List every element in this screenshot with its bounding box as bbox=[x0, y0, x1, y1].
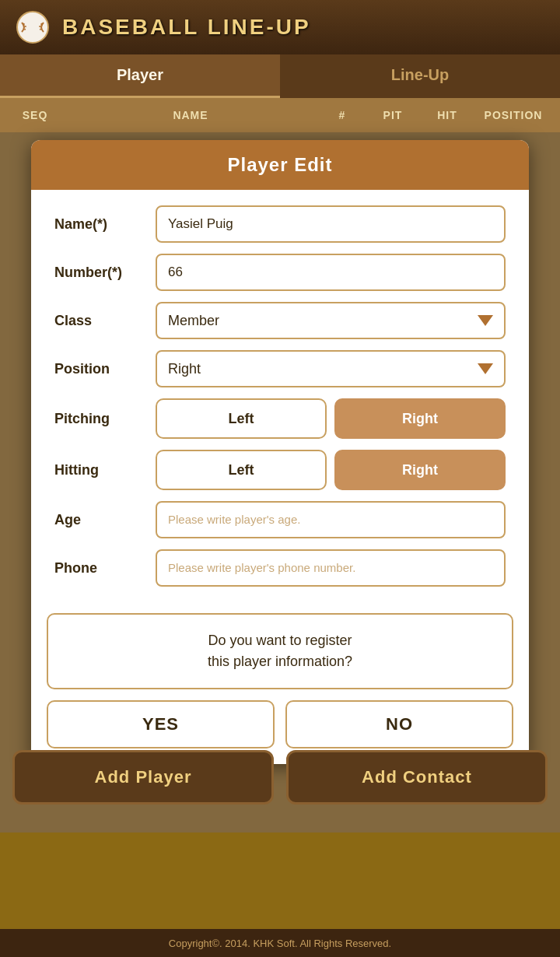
hitting-right-btn[interactable]: Right bbox=[334, 450, 506, 490]
hitting-row: Hitting Left Right bbox=[54, 450, 506, 490]
svg-point-0 bbox=[17, 12, 48, 43]
name-input[interactable] bbox=[156, 205, 506, 243]
pitching-left-btn[interactable]: Left bbox=[156, 398, 327, 439]
tab-lineup[interactable]: Line-Up bbox=[280, 54, 560, 98]
position-dropdown-arrow bbox=[478, 363, 493, 374]
pitching-right-btn[interactable]: Right bbox=[334, 398, 506, 439]
action-row: YES NO bbox=[47, 700, 513, 748]
class-value: Member bbox=[168, 313, 219, 329]
position-value: Right bbox=[168, 361, 201, 377]
hitting-left-btn[interactable]: Left bbox=[156, 450, 327, 490]
hitting-label: Hitting bbox=[54, 462, 156, 478]
confirm-box: Do you want to register this player info… bbox=[47, 613, 513, 689]
class-dropdown-arrow bbox=[478, 315, 493, 326]
app-title: BASEBALL LINE-UP bbox=[62, 15, 311, 40]
tab-player[interactable]: Player bbox=[0, 54, 280, 98]
confirm-line2: this player information? bbox=[64, 651, 496, 672]
class-dropdown[interactable]: Member bbox=[156, 302, 506, 339]
class-row: Class Member bbox=[54, 302, 506, 339]
pitching-toggle-group: Left Right bbox=[156, 398, 506, 439]
footer: Copyright©. 2014. KHK Soft. All Rights R… bbox=[0, 929, 560, 957]
add-contact-button[interactable]: Add Contact bbox=[286, 750, 548, 805]
pitching-row: Pitching Left Right bbox=[54, 398, 506, 439]
bottom-bar: Add Player Add Contact bbox=[0, 750, 560, 805]
confirm-line1: Do you want to register bbox=[64, 630, 496, 651]
col-seq: SEQ bbox=[8, 109, 62, 121]
phone-input[interactable] bbox=[156, 549, 506, 587]
modal-header: Player Edit bbox=[31, 140, 529, 190]
app-header: BASEBALL LINE-UP bbox=[0, 0, 560, 54]
phone-label: Phone bbox=[54, 560, 156, 577]
age-input[interactable] bbox=[156, 501, 506, 538]
yes-button[interactable]: YES bbox=[47, 700, 275, 748]
footer-text: Copyright©. 2014. KHK Soft. All Rights R… bbox=[169, 938, 391, 949]
hitting-toggle-group: Left Right bbox=[156, 450, 506, 490]
add-player-button[interactable]: Add Player bbox=[12, 750, 274, 805]
pitching-label: Pitching bbox=[54, 411, 156, 427]
position-row: Position Right bbox=[54, 350, 506, 387]
tab-bar: Player Line-Up bbox=[0, 54, 560, 98]
name-label: Name(*) bbox=[54, 216, 156, 233]
baseball-icon bbox=[16, 10, 50, 44]
table-header: SEQ NAME # PIT HIT POSITION bbox=[0, 98, 560, 132]
name-row: Name(*) bbox=[54, 205, 506, 243]
modal-body: Name(*) Number(*) Class Member bbox=[31, 190, 529, 605]
no-button[interactable]: NO bbox=[285, 700, 513, 748]
col-name: NAME bbox=[62, 109, 319, 121]
col-hit: HIT bbox=[420, 109, 474, 121]
col-num: # bbox=[319, 109, 366, 121]
number-row: Number(*) bbox=[54, 254, 506, 291]
player-edit-modal: Player Edit Name(*) Number(*) Class bbox=[31, 140, 529, 764]
position-dropdown[interactable]: Right bbox=[156, 350, 506, 387]
table-area: Player Edit Name(*) Number(*) Class bbox=[0, 132, 560, 833]
number-input[interactable] bbox=[156, 254, 506, 291]
position-label: Position bbox=[54, 361, 156, 377]
class-label: Class bbox=[54, 313, 156, 329]
phone-row: Phone bbox=[54, 549, 506, 587]
number-label: Number(*) bbox=[54, 265, 156, 281]
age-label: Age bbox=[54, 512, 156, 528]
modal-title: Player Edit bbox=[227, 154, 332, 175]
col-pit: PIT bbox=[366, 109, 420, 121]
age-row: Age bbox=[54, 501, 506, 538]
col-pos: POSITION bbox=[474, 109, 552, 121]
modal-overlay: Player Edit Name(*) Number(*) Class bbox=[0, 132, 560, 833]
